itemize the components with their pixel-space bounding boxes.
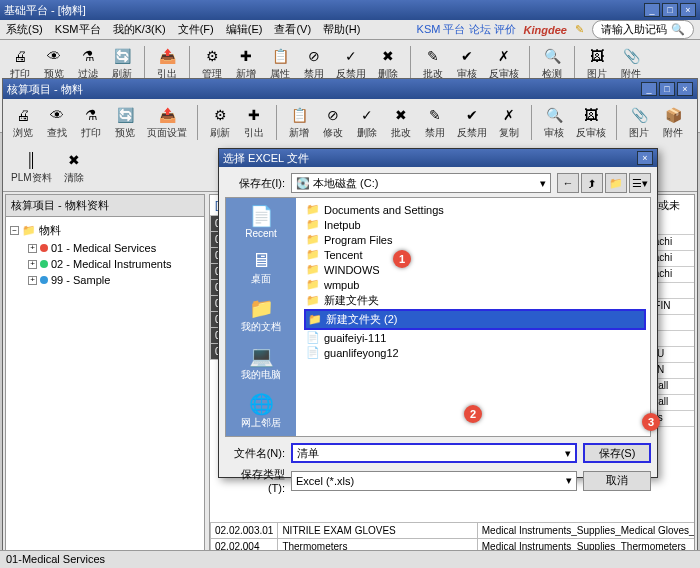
menu-ksm-forum[interactable]: KSM 平台 论坛 评价 xyxy=(417,22,516,37)
tb2-预览[interactable]: 🔄预览 xyxy=(111,103,139,142)
file-list[interactable]: 📁Documents and Settings📁Inetpub📁Program … xyxy=(300,198,650,436)
filename-input[interactable]: 清单▾ xyxy=(291,443,577,463)
drive-combo[interactable]: 💽 本地磁盘 (C:) ▾ xyxy=(291,173,551,193)
callout-3: 3 xyxy=(642,413,660,431)
maximize-button[interactable]: □ xyxy=(662,3,678,17)
place-我的电脑[interactable]: 💻我的电脑 xyxy=(241,344,281,382)
tb2-PLM资料[interactable]: ║PLM资料 xyxy=(9,148,54,187)
tb2-新增[interactable]: 📋新增 xyxy=(285,103,313,142)
folder-item[interactable]: 📁WINDOWS xyxy=(304,262,646,277)
tb2-复制[interactable]: ✗复制 xyxy=(495,103,523,142)
back-button[interactable]: ← xyxy=(557,173,579,193)
tb2-删除[interactable]: ✓删除 xyxy=(353,103,381,142)
expand-icon[interactable]: + xyxy=(28,244,37,253)
tb-icon: ⊘ xyxy=(304,46,324,66)
folder-item[interactable]: 📁wmpub xyxy=(304,277,646,292)
filetype-label: 保存类型(T): xyxy=(225,467,285,494)
tree-node[interactable]: +02 - Medical Instruments xyxy=(28,256,200,272)
collapse-icon[interactable]: − xyxy=(10,226,19,235)
place-网上邻居[interactable]: 🌐网上邻居 xyxy=(241,392,281,430)
place-桌面[interactable]: 🖥桌面 xyxy=(251,249,271,286)
save-button[interactable]: 保存(S) xyxy=(583,443,651,463)
place-icon: 📁 xyxy=(241,296,281,320)
tree[interactable]: − 📁 物料 +01 - Medical Services+02 - Medic… xyxy=(6,217,204,568)
app-titlebar: 基础平台 - [物料] _ □ × xyxy=(0,0,700,20)
expand-icon[interactable]: + xyxy=(28,260,37,269)
tb2-审核[interactable]: 🔍审核 xyxy=(540,103,568,142)
tree-node[interactable]: +01 - Medical Services xyxy=(28,240,200,256)
tb2-图片[interactable]: 📎图片 xyxy=(625,103,653,142)
view-menu-button[interactable]: ☰▾ xyxy=(629,173,651,193)
place-icon: 📄 xyxy=(245,204,277,228)
tb2-反禁用[interactable]: ✔反禁用 xyxy=(455,103,489,142)
file-icon: 📄 xyxy=(306,331,320,344)
sub-maximize[interactable]: □ xyxy=(659,82,675,96)
tb-icon: 🖨 xyxy=(10,46,30,66)
tb-icon: ✗ xyxy=(494,46,514,66)
place-Recent[interactable]: 📄Recent xyxy=(245,204,277,239)
table-row[interactable]: 02.02.003.01NITRILE EXAM GLOVESMedical I… xyxy=(211,523,695,539)
menu-edit[interactable]: 编辑(E) xyxy=(226,22,263,37)
tb-icon: ✎ xyxy=(423,46,443,66)
wand-icon: ✎ xyxy=(575,23,584,36)
tb-icon: 📦 xyxy=(663,105,683,125)
tb-icon: ⚗ xyxy=(81,105,101,125)
new-folder-button[interactable]: 📁 xyxy=(605,173,627,193)
file-item[interactable]: 📄guaifeiyi-111 xyxy=(304,330,646,345)
file-icon: 📄 xyxy=(306,346,320,359)
tb-icon: 📋 xyxy=(289,105,309,125)
dot-icon xyxy=(40,244,48,252)
minimize-button[interactable]: _ xyxy=(644,3,660,17)
folder-item[interactable]: 📁新建文件夹 xyxy=(304,292,646,309)
tb-icon: 🔍 xyxy=(544,105,564,125)
tb2-页面设置[interactable]: 📤页面设置 xyxy=(145,103,189,142)
tree-node[interactable]: +99 - Sample xyxy=(28,272,200,288)
app-title: 基础平台 - [物料] xyxy=(4,3,86,18)
tb2-引出[interactable]: ✚引出 xyxy=(240,103,268,142)
tb2-刷新[interactable]: ⚙刷新 xyxy=(206,103,234,142)
sub-minimize[interactable]: _ xyxy=(641,82,657,96)
up-button[interactable]: ⮭ xyxy=(581,173,603,193)
menu-help[interactable]: 帮助(H) xyxy=(323,22,360,37)
tb-icon: ⚙ xyxy=(202,46,222,66)
expand-icon[interactable]: + xyxy=(28,276,37,285)
tb2-清除[interactable]: ✖清除 xyxy=(60,148,88,187)
menu-mine[interactable]: 我的K/3(K) xyxy=(113,22,166,37)
tb2-附件[interactable]: 📦附件 xyxy=(659,103,687,142)
menu-system[interactable]: 系统(S) xyxy=(6,22,43,37)
tb2-批改[interactable]: ✖批改 xyxy=(387,103,415,142)
tb2-打印[interactable]: ⚗打印 xyxy=(77,103,105,142)
sub-close[interactable]: × xyxy=(677,82,693,96)
tb2-修改[interactable]: ⊘修改 xyxy=(319,103,347,142)
dialog-close[interactable]: × xyxy=(637,151,653,165)
sub-titlebar: 核算项目 - 物料 _ □ × xyxy=(3,79,697,99)
folder-item[interactable]: 📁Documents and Settings xyxy=(304,202,646,217)
tree-root[interactable]: − 📁 物料 xyxy=(10,221,200,240)
folder-item[interactable]: 📁Inetpub xyxy=(304,217,646,232)
place-我的文档[interactable]: 📁我的文档 xyxy=(241,296,281,334)
tb2-浏览[interactable]: 🖨浏览 xyxy=(9,103,37,142)
tb-icon: 🔄 xyxy=(112,46,132,66)
tb-icon: ✖ xyxy=(391,105,411,125)
filetype-combo[interactable]: Excel (*.xls)▾ xyxy=(291,471,577,491)
tb-icon: 🖼 xyxy=(581,105,601,125)
tb-icon: ✚ xyxy=(244,105,264,125)
close-button[interactable]: × xyxy=(680,3,696,17)
tb-icon: ✔ xyxy=(462,105,482,125)
cancel-button[interactable]: 取消 xyxy=(583,471,651,491)
folder-item-selected[interactable]: 📁新建文件夹 (2) xyxy=(304,309,646,330)
file-item[interactable]: 📄guanlifeyong12 xyxy=(304,345,646,360)
tb2-反审核[interactable]: 🖼反审核 xyxy=(574,103,608,142)
search-input[interactable]: 请输入助记码🔍 xyxy=(592,20,694,39)
menu-ksm[interactable]: KSM平台 xyxy=(55,22,101,37)
folder-item[interactable]: 📁Tencent xyxy=(304,247,646,262)
menu-file[interactable]: 文件(F) xyxy=(178,22,214,37)
dot-icon xyxy=(40,276,48,284)
tb-icon: 🖼 xyxy=(587,46,607,66)
folder-icon: 📁 xyxy=(22,224,36,237)
folder-item[interactable]: 📁Program Files xyxy=(304,232,646,247)
tb2-查找[interactable]: 👁查找 xyxy=(43,103,71,142)
menu-view[interactable]: 查看(V) xyxy=(274,22,311,37)
tb-icon: ✖ xyxy=(378,46,398,66)
tb2-禁用[interactable]: ✎禁用 xyxy=(421,103,449,142)
